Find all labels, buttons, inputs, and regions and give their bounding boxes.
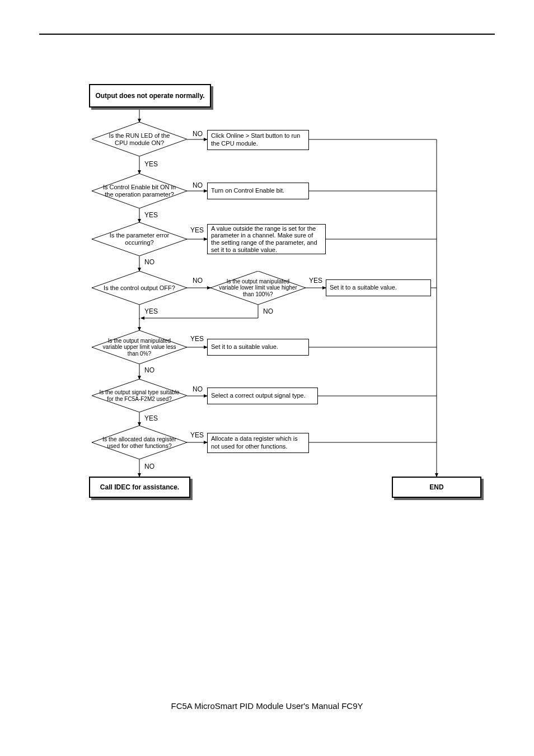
action-set-suitable-2: Set it to a suitable value.	[207, 339, 309, 356]
d3-yes-label: YES	[190, 226, 204, 234]
action-param-range: A value outside the range is set for the…	[207, 224, 326, 254]
footer-text: FC5A MicroSmart PID Module User's Manual…	[0, 701, 534, 711]
page: Output does not operate normally. Is the…	[0, 0, 534, 756]
action-param-range-label: A value outside the range is set for the…	[211, 225, 322, 254]
action-select-signal-type-label: Select a correct output signal type.	[211, 392, 306, 400]
d3-no-label: NO	[144, 258, 154, 266]
end-label: END	[429, 483, 443, 492]
decision-run-led: Is the RUN LED of the CPU module ON?	[92, 122, 187, 156]
d7-no-label: NO	[144, 463, 154, 470]
decision-upper-limit: Is the output manipulated variable upper…	[92, 330, 187, 364]
decision-output-signal-type: Is the output signal type suitable for t…	[92, 379, 187, 412]
d4b-yes-label: YES	[309, 277, 322, 284]
start-label: Output does not operate normally.	[95, 92, 204, 100]
action-start-cpu-label: Click Online > Start button to run the C…	[211, 132, 305, 148]
action-allocate-register: Allocate a data register which is not us…	[207, 433, 309, 453]
decision-output-signal-type-label: Is the output signal type suitable for t…	[99, 389, 180, 402]
call-idec-box: Call IDEC for assistance.	[89, 477, 190, 498]
d4-no-label: NO	[193, 277, 203, 284]
d5-no-label: NO	[144, 366, 154, 374]
call-idec-label: Call IDEC for assistance.	[100, 483, 179, 492]
d1-no-label: NO	[193, 130, 203, 138]
action-set-suitable-1: Set it to a suitable value.	[326, 279, 431, 296]
action-turn-on-enable: Turn on Control Enable bit.	[207, 183, 309, 199]
decision-data-register: Is the allocated data register used for …	[92, 426, 187, 459]
action-allocate-register-label: Allocate a data register which is not us…	[211, 435, 305, 451]
decision-control-enable-label: Is Control Enable bit ON in the operatio…	[102, 184, 177, 198]
action-select-signal-type: Select a correct output signal type.	[207, 388, 318, 404]
decision-control-enable: Is Control Enable bit ON in the operatio…	[92, 174, 187, 208]
d6-no-label: NO	[193, 385, 203, 393]
d5-yes-label: YES	[190, 335, 204, 343]
decision-upper-limit-label: Is the output manipulated variable upper…	[100, 338, 179, 357]
action-set-suitable-2-label: Set it to a suitable value.	[211, 343, 278, 351]
action-start-cpu: Click Online > Start button to run the C…	[207, 130, 309, 150]
d4b-no-label: NO	[263, 307, 273, 315]
d2-yes-label: YES	[144, 211, 158, 219]
decision-param-error-label: Is the parameter error occurring?	[102, 232, 177, 246]
decision-control-output-off-label: Is the control output OFF?	[104, 284, 175, 292]
decision-control-output-off: Is the control output OFF?	[92, 271, 187, 305]
header-rule	[39, 34, 495, 35]
d4-yes-label: YES	[144, 307, 158, 315]
d7-yes-label: YES	[190, 431, 204, 439]
action-set-suitable-1-label: Set it to a suitable value.	[330, 284, 397, 292]
start-box: Output does not operate normally.	[89, 84, 211, 108]
decision-data-register-label: Is the allocated data register used for …	[102, 436, 177, 449]
decision-param-error: Is the parameter error occurring?	[92, 222, 187, 256]
d6-yes-label: YES	[144, 414, 158, 422]
decision-lower-limit: Is the output manipulated variable lower…	[210, 271, 306, 305]
decision-lower-limit-label: Is the output manipulated variable lower…	[218, 278, 298, 298]
decision-run-led-label: Is the RUN LED of the CPU module ON?	[102, 132, 177, 146]
end-box: END	[392, 477, 481, 498]
connector-overlay	[0, 0, 534, 756]
action-turn-on-enable-label: Turn on Control Enable bit.	[211, 187, 284, 195]
d2-no-label: NO	[193, 181, 203, 189]
d1-yes-label: YES	[144, 160, 158, 168]
